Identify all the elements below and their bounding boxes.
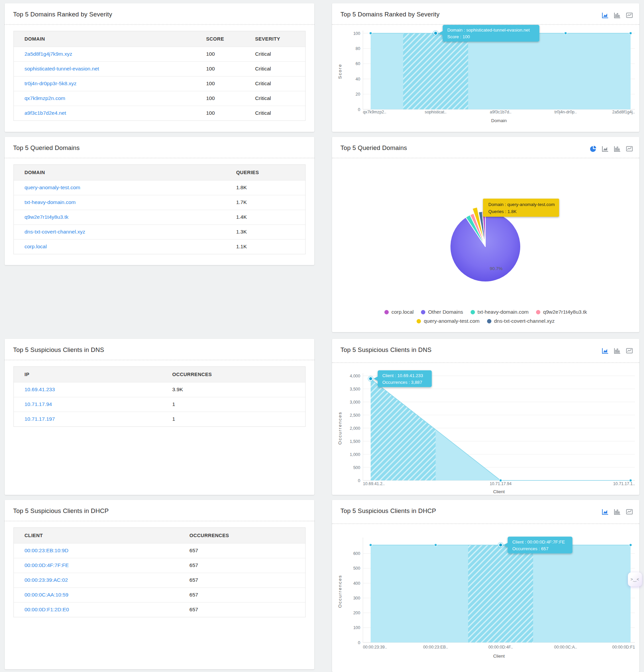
row-key-cell: a9f3c1b7d2e4.net <box>14 106 195 120</box>
line-chart-icon[interactable] <box>625 11 633 19</box>
x-axis-label: 00:00:0C:A.. <box>554 645 577 649</box>
row-key-cell: qx7k9mzp2n.com <box>14 91 195 106</box>
panel-queried-table: Top 5 Queried Domains DOMAINQUERIESquery… <box>5 137 314 265</box>
legend-item[interactable]: corp.local <box>385 309 414 315</box>
assistant-widget-button[interactable]: >‿< <box>628 572 642 586</box>
data-point[interactable] <box>369 544 372 547</box>
entity-link[interactable]: txt-heavy-domain.com <box>24 199 75 205</box>
area-chart-icon[interactable] <box>602 145 609 153</box>
row-value-cell: 3.9K <box>162 382 305 397</box>
table-row: dns-txt-covert-channel.xyz1.3K <box>14 225 305 239</box>
legend-item[interactable]: q9w2e7r1t4y8u3.tk <box>536 309 587 315</box>
tooltip-line-1: Client : 00:00:0D:4F:7F:FE <box>512 539 565 544</box>
tooltip-line-1: Domain : query-anomaly-test.com <box>488 202 555 207</box>
queried-domains-pie-chart[interactable]: 90.7% Domain : query-anomaly-test.com Qu… <box>332 158 639 307</box>
dhcp-clients-area-chart[interactable]: 010020030040050060000:00:23:39..00:00:23… <box>332 524 639 672</box>
queried-domains-table: DOMAINQUERIESquery-anomaly-test.com1.8Kt… <box>13 164 306 254</box>
entity-link[interactable]: 10.71.17.94 <box>24 401 52 407</box>
hovered-data-point[interactable] <box>369 377 373 381</box>
panel-title: Top 5 Suspicious Clients in DHCP <box>13 507 109 515</box>
legend-color-dot <box>416 319 421 323</box>
row-value-cell: Critical <box>244 106 305 120</box>
table-row: 00:00:0D:F1:2D:E0657 <box>14 602 305 617</box>
panel-queried-pie: Top 5 Queried Domains 90.7% Domain : que… <box>332 137 639 332</box>
bar-chart-icon[interactable] <box>613 145 621 153</box>
table-row: 00:00:0C:AA:10:59657 <box>14 587 305 602</box>
y-axis-title: Occurrences <box>338 575 342 608</box>
legend-item[interactable]: Other Domains <box>421 309 463 315</box>
entity-link[interactable]: corp.local <box>24 243 47 249</box>
entity-link[interactable]: 00:00:0D:F1:2D:E0 <box>24 607 69 612</box>
panel-title: Top 5 Suspicious Clients in DNS <box>13 346 104 353</box>
y-axis-tick: 0 <box>358 640 360 645</box>
y-axis-tick: 100 <box>353 625 360 630</box>
table-row: txt-heavy-domain.com1.7K <box>14 195 305 210</box>
legend-item[interactable]: dns-txt-covert-channel.xyz <box>487 318 555 324</box>
x-axis-title: Domain <box>491 118 507 123</box>
y-axis-tick: 40 <box>355 77 360 82</box>
hovered-data-point[interactable] <box>434 32 437 35</box>
bar-chart-icon[interactable] <box>613 508 621 516</box>
row-value-cell: Critical <box>244 76 305 91</box>
legend-color-dot <box>385 310 389 314</box>
table-row: 10.69.41.2333.9K <box>14 382 305 397</box>
table-row: qx7k9mzp2n.com100Critical <box>14 91 305 106</box>
severity-table: DOMAINSCORESEVERITY2a5d8f1g4j7k9m.xyz100… <box>13 31 306 121</box>
column-header: IP <box>14 367 162 382</box>
data-point[interactable] <box>434 544 437 547</box>
line-chart-icon[interactable] <box>625 347 633 355</box>
y-axis-tick: 0 <box>358 107 360 112</box>
entity-link[interactable]: 10.71.17.197 <box>24 416 55 422</box>
chart-type-switcher <box>602 508 633 516</box>
tooltip-line-2: Queries : 1.8K <box>488 209 517 214</box>
entity-link[interactable]: a9f3c1b7d2e4.net <box>24 110 66 116</box>
data-point[interactable] <box>369 32 372 35</box>
entity-link[interactable]: 00:00:0C:AA:10:59 <box>24 592 69 598</box>
data-point[interactable] <box>564 32 567 35</box>
legend-item[interactable]: query-anomaly-test.com <box>416 318 479 324</box>
severity-area-chart[interactable]: 020406080100qx7k9mzp2..sophisticat..a9f3… <box>332 24 639 133</box>
pie-chart-icon[interactable] <box>589 145 597 153</box>
x-axis-label: qx7k9mzp2.. <box>363 110 386 115</box>
y-axis-tick: 3,500 <box>350 387 360 392</box>
legend-label: corp.local <box>391 309 414 315</box>
row-key-cell: sophisticated-tunnel-evasion.net <box>14 61 195 76</box>
entity-link[interactable]: dns-txt-covert-channel.xyz <box>24 229 85 235</box>
row-key-cell: 10.69.41.233 <box>14 382 162 397</box>
data-point[interactable] <box>629 32 632 35</box>
area-chart-icon[interactable] <box>602 347 609 355</box>
entity-link[interactable]: tr0j4n-dr0pp3r-5k8.xyz <box>24 81 76 86</box>
table-header-row: CLIENTOCCURRENCES <box>14 528 305 543</box>
row-value-cell: 657 <box>179 543 305 558</box>
entity-link[interactable]: 00:00:23:EB:10:9D <box>24 548 69 553</box>
title-separator <box>5 521 314 521</box>
legend-color-dot <box>471 310 475 314</box>
row-key-cell: 00:00:0C:AA:10:59 <box>14 587 179 602</box>
hovered-data-point[interactable] <box>499 543 502 547</box>
legend-color-dot <box>487 319 491 323</box>
area-chart-icon[interactable] <box>602 508 609 516</box>
bar-chart-icon[interactable] <box>613 347 621 355</box>
dns-clients-area-chart[interactable]: 05001,0001,5002,0002,5003,0003,5004,0001… <box>332 362 639 496</box>
entity-link[interactable]: q9w2e7r1t4y8u3.tk <box>24 214 69 220</box>
entity-link[interactable]: qx7k9mzp2n.com <box>24 95 65 101</box>
legend-item[interactable]: txt-heavy-domain.com <box>471 309 528 315</box>
column-header: QUERIES <box>226 165 305 180</box>
area-chart-icon[interactable] <box>602 11 609 19</box>
entity-link[interactable]: query-anomaly-test.com <box>24 184 80 190</box>
x-axis-title: Client <box>493 489 505 494</box>
line-chart-icon[interactable] <box>625 145 633 153</box>
bar-chart-icon[interactable] <box>613 11 621 19</box>
line-chart-icon[interactable] <box>625 508 633 516</box>
entity-link[interactable]: 10.69.41.233 <box>24 386 55 392</box>
legend-label: txt-heavy-domain.com <box>478 309 528 315</box>
y-axis-tick: 500 <box>353 566 360 571</box>
entity-link[interactable]: sophisticated-tunnel-evasion.net <box>24 66 99 71</box>
panel-title: Top 5 Domains Ranked by Severity <box>13 11 112 18</box>
dashboard: { "page": { "background": "#eff1f2", "ac… <box>0 0 644 672</box>
tooltip-line-2: Score : 100 <box>448 34 470 39</box>
data-point[interactable] <box>629 544 632 547</box>
entity-link[interactable]: 00:00:0D:4F:7F:FE <box>24 562 69 568</box>
entity-link[interactable]: 00:00:23:39:AC:02 <box>24 577 68 583</box>
entity-link[interactable]: 2a5d8f1g4j7k9m.xyz <box>24 51 72 57</box>
